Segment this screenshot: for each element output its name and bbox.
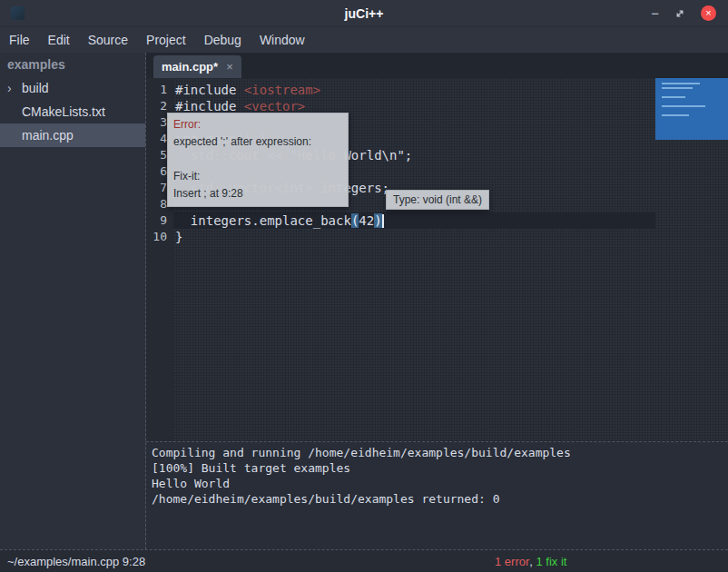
tree-item-build[interactable]: ›build [0,76,145,100]
chevron-right-icon[interactable]: › [7,76,12,100]
app-window: juCi++ − × FileEditSourceProjectDebugWin… [0,0,728,572]
menu-item-project[interactable]: Project [137,27,195,53]
status-diagnostics: 1 error , 1 fix it [495,550,567,572]
window-title: juCi++ [0,6,728,21]
source-map-line [662,114,689,116]
source-map-line [662,105,705,107]
code-segment: integers.emplace_back [175,213,351,228]
code-segment: 42 [359,213,374,228]
minimize-icon[interactable]: − [651,9,659,18]
error-tooltip-spacer [173,151,342,168]
tree-item-label: main.cpp [22,128,74,143]
menu-item-source[interactable]: Source [79,27,137,53]
tab-bar: main.cpp* × [146,53,728,78]
line-number: 1 [146,82,173,98]
type-tooltip: Type: void (int &&) [386,190,489,210]
error-tooltip-title: Error: [173,116,342,133]
code-segment: } [175,230,182,244]
status-bar: ~/examples/main.cpp 9:28 1 error , 1 fix… [0,549,728,572]
status-file-location: ~/examples/main.cpp 9:28 [7,555,145,568]
tab-label: main.cpp* [162,60,218,74]
output-line: Hello World [152,476,723,491]
tree-item-CMakeLists.txt[interactable]: CMakeLists.txt [0,100,145,123]
code-line-10: } [173,229,655,245]
fixit-tooltip-title: Fix-it: [173,168,342,185]
menu-item-debug[interactable]: Debug [195,27,251,53]
error-tooltip: Error: expected ';' after expression: Fi… [167,113,349,207]
window-controls: − × [651,5,728,21]
tab-close-icon[interactable]: × [226,60,233,74]
line-number: 10 [146,229,173,245]
close-icon[interactable]: × [701,5,716,21]
tree-item-label: CMakeLists.txt [22,104,105,119]
source-map-line [662,87,693,89]
source-map-line [662,83,700,84]
editor-pane: main.cpp* × 12345678910 #include <iostre… [145,53,728,549]
status-separator: , [529,555,536,568]
status-error-count: 1 error [495,555,529,568]
status-fixit-count: 1 fix it [536,555,567,568]
code-segment: <vector> [244,99,305,113]
error-tooltip-message: expected ';' after expression: [173,133,342,151]
main-area: examples ›buildCMakeLists.txtmain.cpp ma… [0,53,728,549]
menu-item-file[interactable]: File [0,27,39,53]
fixit-tooltip-message: Insert ; at 9:28 [173,185,342,202]
source-map-line [662,96,685,98]
source-map[interactable] [655,78,728,441]
code-line-9: integers.emplace_back(42) [173,212,655,229]
tree-item-label: build [22,81,49,95]
output-line: [100%] Built target examples [152,460,723,476]
code-segment: #include [175,83,244,97]
file-tree: ›buildCMakeLists.txtmain.cpp [0,76,145,147]
app-icon [11,6,25,20]
output-line: /home/eidheim/examples/build/examples re… [152,491,723,507]
menu-item-edit[interactable]: Edit [39,27,79,53]
source-map-viewport[interactable] [655,78,728,140]
output-line: Compiling and running /home/eidheim/exam… [152,445,723,460]
restore-icon[interactable] [674,8,685,19]
project-folder-header: examples [0,53,145,76]
code-segment: <iostream> [244,83,320,97]
menu-item-window[interactable]: Window [251,27,314,53]
menubar: FileEditSourceProjectDebugWindow [0,27,728,53]
output-panel[interactable]: Compiling and running /home/eidheim/exam… [146,441,728,549]
file-sidebar: examples ›buildCMakeLists.txtmain.cpp [0,53,145,549]
titlebar: juCi++ − × [0,0,728,27]
line-number: 9 [146,212,173,229]
text-cursor [382,214,384,228]
code-segment: ) [374,213,381,228]
code-segment: #include [175,99,244,113]
tree-item-main.cpp[interactable]: main.cpp [0,123,145,147]
code-line-1: #include <iostream> [173,82,655,98]
tab-main-cpp[interactable]: main.cpp* × [153,55,241,78]
editor: 12345678910 #include <iostream>#include … [146,78,728,441]
